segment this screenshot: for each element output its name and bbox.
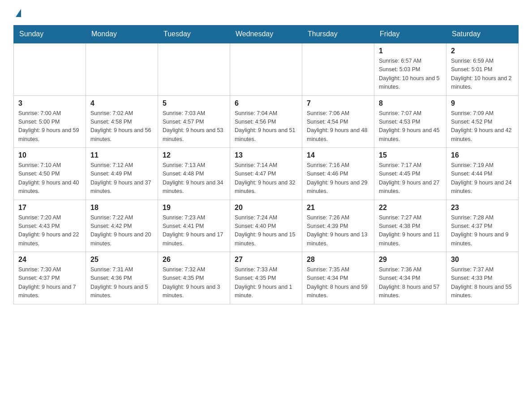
calendar-cell [14, 43, 86, 95]
day-number: 22 [379, 204, 442, 212]
day-info: Sunrise: 7:31 AMSunset: 4:36 PMDaylight:… [90, 265, 153, 300]
calendar-cell: 29Sunrise: 7:36 AMSunset: 4:34 PMDayligh… [374, 252, 446, 304]
day-info: Sunrise: 7:02 AMSunset: 4:58 PMDaylight:… [90, 109, 153, 144]
day-info: Sunrise: 7:04 AMSunset: 4:56 PMDaylight:… [235, 109, 297, 144]
day-info: Sunrise: 7:27 AMSunset: 4:38 PMDaylight:… [379, 214, 442, 248]
day-info: Sunrise: 7:33 AMSunset: 4:35 PMDaylight:… [235, 265, 297, 300]
day-info: Sunrise: 7:35 AMSunset: 4:34 PMDaylight:… [307, 265, 369, 300]
day-info: Sunrise: 7:00 AMSunset: 5:00 PMDaylight:… [18, 109, 81, 144]
weekday-header-row: Sunday Monday Tuesday Wednesday Thursday… [14, 26, 519, 43]
day-number: 21 [307, 204, 369, 212]
calendar-cell [86, 43, 158, 95]
day-number: 3 [18, 99, 81, 107]
calendar-cell: 2Sunrise: 6:59 AMSunset: 5:01 PMDaylight… [446, 43, 519, 95]
day-number: 27 [235, 256, 297, 264]
day-number: 2 [451, 47, 514, 55]
header-friday: Friday [374, 26, 446, 43]
day-number: 17 [18, 204, 81, 212]
calendar-cell: 19Sunrise: 7:23 AMSunset: 4:41 PMDayligh… [158, 200, 230, 252]
day-info: Sunrise: 7:12 AMSunset: 4:49 PMDaylight:… [90, 161, 153, 196]
calendar-cell: 3Sunrise: 7:00 AMSunset: 5:00 PMDaylight… [14, 95, 86, 148]
calendar-table: Sunday Monday Tuesday Wednesday Thursday… [13, 25, 519, 304]
calendar-week-row: 1Sunrise: 6:57 AMSunset: 5:03 PMDaylight… [14, 43, 519, 95]
calendar-cell: 30Sunrise: 7:37 AMSunset: 4:33 PMDayligh… [446, 252, 519, 304]
day-number: 1 [379, 47, 442, 55]
day-number: 16 [451, 151, 514, 159]
day-info: Sunrise: 7:23 AMSunset: 4:41 PMDaylight:… [163, 214, 225, 248]
day-number: 14 [307, 151, 369, 159]
calendar-cell: 13Sunrise: 7:14 AMSunset: 4:47 PMDayligh… [230, 148, 302, 200]
calendar-cell: 9Sunrise: 7:09 AMSunset: 4:52 PMDaylight… [446, 95, 519, 148]
calendar-cell: 1Sunrise: 6:57 AMSunset: 5:03 PMDaylight… [374, 43, 446, 95]
day-info: Sunrise: 7:32 AMSunset: 4:35 PMDaylight:… [163, 265, 225, 300]
calendar-cell: 16Sunrise: 7:19 AMSunset: 4:44 PMDayligh… [446, 148, 519, 200]
day-number: 28 [307, 256, 369, 264]
day-info: Sunrise: 7:16 AMSunset: 4:46 PMDaylight:… [307, 161, 369, 196]
calendar-cell: 12Sunrise: 7:13 AMSunset: 4:48 PMDayligh… [158, 148, 230, 200]
header-tuesday: Tuesday [158, 26, 230, 43]
day-info: Sunrise: 7:10 AMSunset: 4:50 PMDaylight:… [18, 161, 81, 196]
day-number: 10 [18, 151, 81, 159]
day-info: Sunrise: 7:19 AMSunset: 4:44 PMDaylight:… [451, 161, 514, 196]
day-info: Sunrise: 7:22 AMSunset: 4:42 PMDaylight:… [90, 214, 153, 248]
calendar-cell: 5Sunrise: 7:03 AMSunset: 4:57 PMDaylight… [158, 95, 230, 148]
calendar-cell [230, 43, 302, 95]
calendar-cell: 18Sunrise: 7:22 AMSunset: 4:42 PMDayligh… [86, 200, 158, 252]
day-number: 24 [18, 256, 81, 264]
calendar-cell [158, 43, 230, 95]
day-info: Sunrise: 7:28 AMSunset: 4:37 PMDaylight:… [451, 214, 514, 248]
logo-triangle-icon [16, 9, 21, 17]
calendar-cell: 22Sunrise: 7:27 AMSunset: 4:38 PMDayligh… [374, 200, 446, 252]
day-number: 30 [451, 256, 514, 264]
calendar-cell: 4Sunrise: 7:02 AMSunset: 4:58 PMDaylight… [86, 95, 158, 148]
day-number: 26 [163, 256, 225, 264]
logo-text [13, 9, 21, 16]
day-number: 13 [235, 151, 297, 159]
calendar-cell: 8Sunrise: 7:07 AMSunset: 4:53 PMDaylight… [374, 95, 446, 148]
day-info: Sunrise: 7:03 AMSunset: 4:57 PMDaylight:… [163, 109, 225, 144]
calendar-week-row: 3Sunrise: 7:00 AMSunset: 5:00 PMDaylight… [14, 95, 519, 148]
day-info: Sunrise: 6:59 AMSunset: 5:01 PMDaylight:… [451, 57, 514, 92]
calendar-cell [302, 43, 374, 95]
calendar-cell: 6Sunrise: 7:04 AMSunset: 4:56 PMDaylight… [230, 95, 302, 148]
day-number: 5 [163, 99, 225, 107]
calendar-cell: 27Sunrise: 7:33 AMSunset: 4:35 PMDayligh… [230, 252, 302, 304]
day-number: 19 [163, 204, 225, 212]
day-number: 6 [235, 99, 297, 107]
page-header [13, 9, 519, 16]
header-sunday: Sunday [14, 26, 86, 43]
calendar-cell: 11Sunrise: 7:12 AMSunset: 4:49 PMDayligh… [86, 148, 158, 200]
calendar-cell: 14Sunrise: 7:16 AMSunset: 4:46 PMDayligh… [302, 148, 374, 200]
day-info: Sunrise: 7:37 AMSunset: 4:33 PMDaylight:… [451, 265, 514, 300]
calendar-cell: 28Sunrise: 7:35 AMSunset: 4:34 PMDayligh… [302, 252, 374, 304]
day-number: 23 [451, 204, 514, 212]
calendar-cell: 15Sunrise: 7:17 AMSunset: 4:45 PMDayligh… [374, 148, 446, 200]
logo [13, 9, 21, 16]
calendar-cell: 24Sunrise: 7:30 AMSunset: 4:37 PMDayligh… [14, 252, 86, 304]
day-number: 20 [235, 204, 297, 212]
calendar-cell: 17Sunrise: 7:20 AMSunset: 4:43 PMDayligh… [14, 200, 86, 252]
calendar-week-row: 10Sunrise: 7:10 AMSunset: 4:50 PMDayligh… [14, 148, 519, 200]
day-number: 29 [379, 256, 442, 264]
day-info: Sunrise: 7:09 AMSunset: 4:52 PMDaylight:… [451, 109, 514, 144]
day-number: 15 [379, 151, 442, 159]
day-number: 25 [90, 256, 153, 264]
day-info: Sunrise: 7:14 AMSunset: 4:47 PMDaylight:… [235, 161, 297, 196]
header-saturday: Saturday [446, 26, 519, 43]
day-info: Sunrise: 7:30 AMSunset: 4:37 PMDaylight:… [18, 265, 81, 300]
calendar-cell: 25Sunrise: 7:31 AMSunset: 4:36 PMDayligh… [86, 252, 158, 304]
calendar-cell: 20Sunrise: 7:24 AMSunset: 4:40 PMDayligh… [230, 200, 302, 252]
day-info: Sunrise: 7:17 AMSunset: 4:45 PMDaylight:… [379, 161, 442, 196]
day-info: Sunrise: 7:36 AMSunset: 4:34 PMDaylight:… [379, 265, 442, 300]
day-info: Sunrise: 7:26 AMSunset: 4:39 PMDaylight:… [307, 214, 369, 248]
day-number: 11 [90, 151, 153, 159]
day-info: Sunrise: 7:06 AMSunset: 4:54 PMDaylight:… [307, 109, 369, 144]
day-info: Sunrise: 7:20 AMSunset: 4:43 PMDaylight:… [18, 214, 81, 248]
header-wednesday: Wednesday [230, 26, 302, 43]
day-number: 8 [379, 99, 442, 107]
day-info: Sunrise: 7:24 AMSunset: 4:40 PMDaylight:… [235, 214, 297, 248]
day-info: Sunrise: 7:07 AMSunset: 4:53 PMDaylight:… [379, 109, 442, 144]
day-number: 12 [163, 151, 225, 159]
calendar-cell: 10Sunrise: 7:10 AMSunset: 4:50 PMDayligh… [14, 148, 86, 200]
day-number: 9 [451, 99, 514, 107]
